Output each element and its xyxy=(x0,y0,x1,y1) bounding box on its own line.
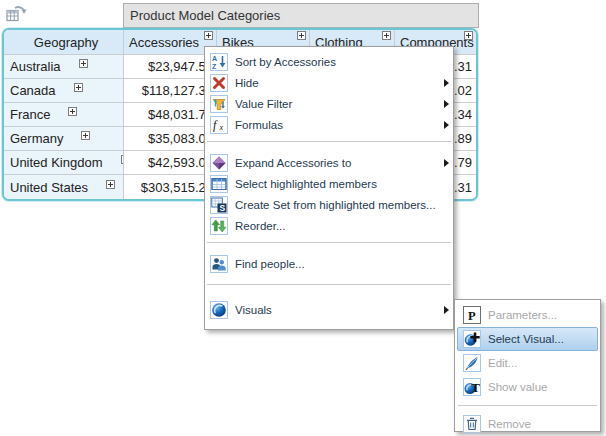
find-people-icon xyxy=(210,255,228,273)
expand-plus-icon[interactable] xyxy=(382,31,391,40)
header-label: Geography xyxy=(29,35,98,50)
row-label-cell[interactable]: Australia xyxy=(4,55,124,79)
menu-item-label: Formulas xyxy=(235,119,440,131)
submenu-arrow-icon xyxy=(444,306,449,314)
remove-trash-icon xyxy=(463,415,481,433)
row-label: United Kingdom xyxy=(10,155,103,170)
expand-plus-icon[interactable] xyxy=(68,107,77,116)
menu-item-expand-accessories[interactable]: Expand Accessories to xyxy=(205,152,453,173)
select-members-icon xyxy=(210,175,228,193)
submenu-arrow-icon xyxy=(444,121,449,129)
svg-text:T: T xyxy=(471,380,480,395)
header-label: Accessories xyxy=(124,35,199,50)
expand-plus-icon[interactable] xyxy=(81,131,90,140)
menu-item-sort-by-accessories[interactable]: A Z Sort by Accessories xyxy=(205,51,453,72)
menu-separator xyxy=(207,141,451,142)
create-set-icon: S xyxy=(210,196,228,214)
row-label-cell[interactable]: France xyxy=(4,103,124,127)
visuals-submenu: P Parameters... Select Visual... Ed xyxy=(454,299,601,432)
header-geography[interactable]: Geography xyxy=(4,30,124,55)
menu-item-label: Value Filter xyxy=(235,98,440,110)
row-label: Canada xyxy=(10,83,56,98)
menu-separator xyxy=(207,242,451,243)
submenu-item-edit[interactable]: Edit... xyxy=(457,351,598,375)
menu-item-label: Visuals xyxy=(235,304,440,316)
row-label-cell[interactable]: United Kingdom xyxy=(4,151,124,175)
expand-plus-icon[interactable] xyxy=(79,59,88,68)
value-filter-icon xyxy=(210,95,228,113)
svg-text:S: S xyxy=(219,203,225,213)
select-visual-icon xyxy=(463,330,481,348)
row-label: Germany xyxy=(10,131,63,146)
submenu-item-select-visual[interactable]: Select Visual... xyxy=(457,327,598,351)
expand-plus-icon[interactable] xyxy=(297,31,306,40)
menu-item-label: Edit... xyxy=(488,357,593,369)
submenu-arrow-icon xyxy=(444,100,449,108)
submenu-item-show-value[interactable]: T Show value xyxy=(457,375,598,399)
menu-separator xyxy=(207,284,451,285)
visuals-sphere-icon xyxy=(210,301,228,319)
menu-item-label: Select Visual... xyxy=(488,333,593,345)
menu-item-formulas[interactable]: f x Formulas xyxy=(205,114,453,135)
svg-text:Z: Z xyxy=(212,62,217,69)
menu-item-label: Reorder... xyxy=(235,220,449,232)
menu-item-label: Remove xyxy=(488,418,593,430)
sort-az-icon: A Z xyxy=(210,53,228,71)
column-group-header[interactable]: Product Model Categories xyxy=(123,3,479,28)
row-label: Australia xyxy=(10,59,61,74)
submenu-item-remove[interactable]: Remove xyxy=(457,412,598,436)
show-value-icon: T xyxy=(463,378,481,396)
menu-separator xyxy=(458,405,597,406)
menu-item-label: Find people... xyxy=(235,258,449,270)
menu-item-label: Expand Accessories to xyxy=(235,157,440,169)
svg-text:P: P xyxy=(468,309,476,323)
menu-item-label: Parameters... xyxy=(488,309,593,321)
menu-item-label: Show value xyxy=(488,381,593,393)
pivot-screen: Product Model Categories Geography Acces… xyxy=(0,0,606,436)
reorder-arrows-icon xyxy=(210,217,228,235)
menu-item-select-highlighted-members[interactable]: Select highlighted members xyxy=(205,173,453,194)
menu-item-label: Select highlighted members xyxy=(235,178,449,190)
row-label: United States xyxy=(10,180,88,195)
menu-item-value-filter[interactable]: Value Filter xyxy=(205,93,453,114)
submenu-arrow-icon xyxy=(444,79,449,87)
menu-item-visuals[interactable]: Visuals xyxy=(205,299,453,320)
row-label-cell[interactable]: Germany xyxy=(4,127,124,151)
menu-item-create-set[interactable]: S Create Set from highlighted members... xyxy=(205,194,453,215)
expand-plus-icon[interactable] xyxy=(464,31,473,40)
parameters-p-icon: P xyxy=(463,306,481,324)
svg-text:A: A xyxy=(212,55,217,62)
column-group-label: Product Model Categories xyxy=(130,8,280,23)
menu-item-reorder[interactable]: Reorder... xyxy=(205,215,453,236)
svg-text:f: f xyxy=(213,118,218,132)
row-label-cell[interactable]: Canada xyxy=(4,79,124,103)
svg-text:x: x xyxy=(219,123,224,132)
hide-x-icon xyxy=(210,74,228,92)
expand-plus-icon[interactable] xyxy=(106,180,115,189)
menu-item-label: Sort by Accessories xyxy=(235,56,449,68)
menu-item-hide[interactable]: Hide xyxy=(205,72,453,93)
row-label: France xyxy=(10,107,50,122)
submenu-arrow-icon xyxy=(444,159,449,167)
expand-diamond-icon xyxy=(210,154,228,172)
expand-plus-icon[interactable] xyxy=(204,31,213,40)
submenu-item-parameters[interactable]: P Parameters... xyxy=(457,303,598,327)
pivot-rotate-icon[interactable] xyxy=(4,1,30,26)
menu-item-find-people[interactable]: Find people... xyxy=(205,253,453,274)
expand-plus-icon[interactable] xyxy=(74,83,83,92)
row-label-cell[interactable]: United States xyxy=(4,175,124,199)
menu-item-label: Create Set from highlighted members... xyxy=(235,199,449,211)
formulas-fx-icon: f x xyxy=(210,116,228,134)
context-menu: A Z Sort by Accessories Hide xyxy=(204,46,454,330)
menu-item-label: Hide xyxy=(235,77,440,89)
edit-pen-icon xyxy=(463,354,481,372)
